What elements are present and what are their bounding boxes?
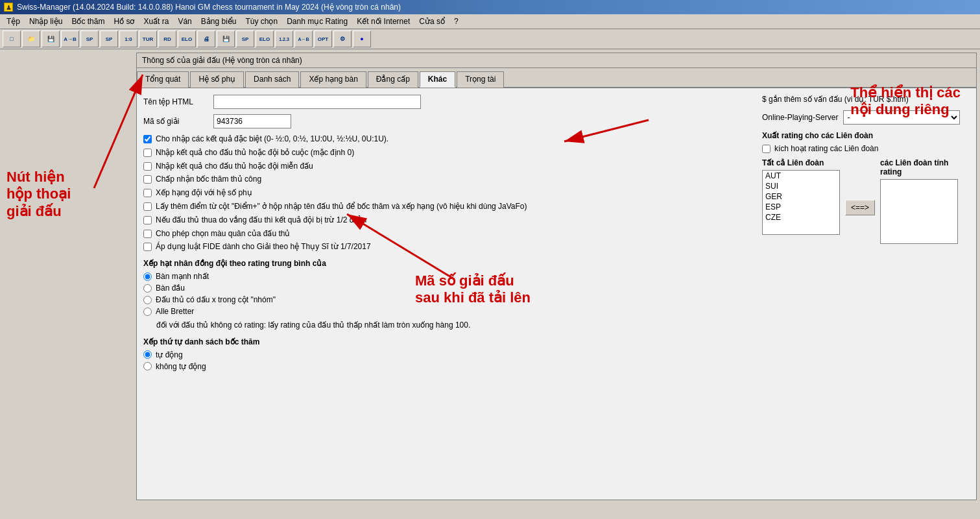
rating-note-row: đối với đấu thủ không có rating: lấy rat… <box>156 320 756 331</box>
cb-manual-draw-label: Chấp nhận bốc thăm thủ công <box>156 174 261 185</box>
toolbar-elo[interactable]: ELO <box>178 30 196 47</box>
form-area: Tên tệp HTML Mã số giải Cho nhập các kết… <box>137 88 976 500</box>
cb-manual-draw[interactable] <box>143 175 152 184</box>
tabs: Tổng quát Hệ số phụ Danh sách Xếp hạng b… <box>137 68 976 88</box>
menu-danhmucrating[interactable]: Danh mục Rating <box>283 16 352 27</box>
cb-row-4: Chấp nhận bốc thăm thủ công <box>143 174 756 185</box>
menu-tep[interactable]: Tệp <box>3 16 24 27</box>
radio-strongest-board-label: Bàn mạnh nhất <box>156 272 209 281</box>
tab-trongtai[interactable]: Trọng tài <box>457 71 504 88</box>
radio-alle-bretter-label: Alle Bretter <box>156 307 194 316</box>
league-aut[interactable]: AUT <box>763 171 839 181</box>
online-server-label: Online-Playing-Server <box>762 113 838 122</box>
toolbar-new[interactable]: □ <box>3 30 21 47</box>
toolbar-save[interactable]: 💾 <box>42 30 60 47</box>
transfer-button[interactable]: <==> <box>845 200 875 215</box>
toolbar-tur[interactable]: TUR <box>139 30 157 47</box>
radio-strongest-board[interactable] <box>143 272 152 281</box>
toolbar-opt[interactable]: OPT <box>314 30 332 47</box>
lists-container: Tất cả Liên đoàn AUT SUI GER ESP CZE <==… <box>762 158 970 244</box>
menu-ketnoiinternet[interactable]: Kết nối Internet <box>353 16 414 27</box>
toolbar-atob[interactable]: A→B <box>61 30 79 47</box>
rating-leagues-title: các Liên đoàn tính rating <box>880 158 970 176</box>
menu-van[interactable]: Ván <box>174 16 195 27</box>
toolbar-rd[interactable]: RD <box>158 30 176 47</box>
tournament-id-input[interactable] <box>213 114 291 128</box>
cb-row-1: Cho nhập các kết quả đặc biệt (0- ½:0, 0… <box>143 134 756 145</box>
radio-auto-sort[interactable] <box>143 350 152 359</box>
dollar-hint: $ gắn thêm số vấn đấu (vi dụ: TUR $.htm) <box>762 95 970 104</box>
toolbar-save2[interactable]: 💾 <box>217 30 235 47</box>
toolbar-num[interactable]: 1.2.3 <box>275 30 293 47</box>
sort-radio-row-2: không tự động <box>143 362 756 371</box>
tab-khac[interactable]: Khác <box>420 71 455 88</box>
cb-row-9: Áp dụng luật FIDE dành cho Giải theo hệ … <box>143 241 756 252</box>
tab-danhsach[interactable]: Danh sách <box>245 71 299 88</box>
menu-nhaplieu[interactable]: Nhập liệu <box>25 16 66 27</box>
toolbar-gear[interactable]: ⚙ <box>333 30 352 47</box>
league-cze[interactable]: CZE <box>763 212 839 223</box>
menu-tuychon[interactable]: Tùy chọn <box>241 16 281 27</box>
menu-xuatra[interactable]: Xuất ra <box>139 16 173 27</box>
toolbar-sp3[interactable]: SP <box>236 30 254 47</box>
cb-color-choice[interactable] <box>143 230 152 238</box>
cb-row-5: Xếp hạng đội với hệ số phụ <box>143 187 756 199</box>
cb-exempt[interactable] <box>143 162 152 171</box>
cb-special-results-label: Cho nhập các kết quả đặc biệt (0- ½:0, 0… <box>156 134 388 145</box>
rating-note-label: đối với đấu thủ không có rating: lấy rat… <box>156 320 470 331</box>
app-icon: ♟ <box>4 3 13 12</box>
sort-section-title: Xếp thứ tự danh sách bốc thăm <box>143 337 756 346</box>
cb-extra-points[interactable] <box>143 202 152 211</box>
html-file-label: Tên tệp HTML <box>143 97 208 106</box>
toolbar-open[interactable]: 📁 <box>22 30 40 47</box>
title-text: Swiss-Manager (14.04.2024 Build: 14.0.0.… <box>17 3 401 12</box>
export-title: Xuất rating cho các Liên đoàn <box>762 131 970 140</box>
cb-special-results[interactable] <box>143 135 152 143</box>
league-ger[interactable]: GER <box>763 191 839 202</box>
tab-hesophu[interactable]: Hệ số phụ <box>190 71 244 88</box>
radio-first-board[interactable] <box>143 284 152 293</box>
radio-marked-players[interactable] <box>143 296 152 304</box>
toolbar-atob2[interactable]: A↔B <box>294 30 313 47</box>
cb-row-2: Nhập kết quả cho đấu thủ hoặc đội bỏ cuộ… <box>143 147 756 158</box>
league-sui[interactable]: SUI <box>763 181 839 191</box>
menu-boctham[interactable]: Bốc thăm <box>67 16 108 27</box>
tab-tongquat[interactable]: Tổng quát <box>137 71 189 88</box>
cb-row-6: Lấy thêm điểm từ cột "Điểm+" ở hộp nhập … <box>143 201 756 212</box>
rating-leagues-list[interactable] <box>880 179 958 244</box>
dialog: Thông số của giải đấu (Hệ vòng tròn cá n… <box>136 53 977 500</box>
toolbar-blue[interactable]: ● <box>353 30 371 47</box>
online-server-select[interactable]: - <box>843 110 960 125</box>
toolbar: □ 📁 💾 A→B SP SP 1:0 TUR RD ELO 🖨 💾 SP EL… <box>0 29 980 49</box>
cb-fide-rule[interactable] <box>143 243 152 251</box>
cb-absent-deduct-label: Nếu đấu thủ thua do vắng đấu thì kết quả… <box>156 215 366 226</box>
export-checkbox[interactable] <box>762 145 771 153</box>
radio-manual-sort[interactable] <box>143 362 152 370</box>
cb-withdraw[interactable] <box>143 149 152 157</box>
toolbar-score[interactable]: 1:0 <box>119 30 137 47</box>
export-checkbox-row: kích hoạt rating các Liên đoàn <box>762 144 970 153</box>
menu-hoso[interactable]: Hồ sơ <box>110 16 138 27</box>
league-esp[interactable]: ESP <box>763 202 839 212</box>
tab-xephangban[interactable]: Xếp hạng bàn <box>300 71 366 88</box>
toolbar-print[interactable]: 🖨 <box>197 30 215 47</box>
menu-cuaso[interactable]: Cửa sổ <box>415 16 449 27</box>
all-leagues-list[interactable]: AUT SUI GER ESP CZE <box>762 170 840 235</box>
menu-bar: Tệp Nhập liệu Bốc thăm Hồ sơ Xuất ra Ván… <box>0 14 980 29</box>
radio-alle-bretter[interactable] <box>143 308 152 316</box>
menu-help[interactable]: ? <box>450 16 462 27</box>
radio-row-1: Bàn mạnh nhất <box>143 272 756 281</box>
online-server-row: Online-Playing-Server - <box>762 110 970 125</box>
cb-absent-deduct[interactable] <box>143 216 152 224</box>
cb-extra-points-label: Lấy thêm điểm từ cột "Điểm+" ở hộp nhập … <box>156 201 527 212</box>
toolbar-elo2[interactable]: ELO <box>256 30 274 47</box>
toolbar-sp[interactable]: SP <box>80 30 99 47</box>
tab-dangcap[interactable]: Đẳng cấp <box>368 71 418 88</box>
menu-bangbieu[interactable]: Bảng biểu <box>197 16 241 27</box>
toolbar-sp2[interactable]: SP <box>100 30 118 47</box>
cb-row-7: Nếu đấu thủ thua do vắng đấu thì kết quả… <box>143 215 756 226</box>
html-file-input[interactable] <box>213 95 421 109</box>
cb-color-choice-label: Cho phép chọn màu quân của đấu thủ <box>156 228 290 239</box>
all-leagues-title: Tất cả Liên đoàn <box>762 158 840 167</box>
cb-team-rank[interactable] <box>143 189 152 197</box>
